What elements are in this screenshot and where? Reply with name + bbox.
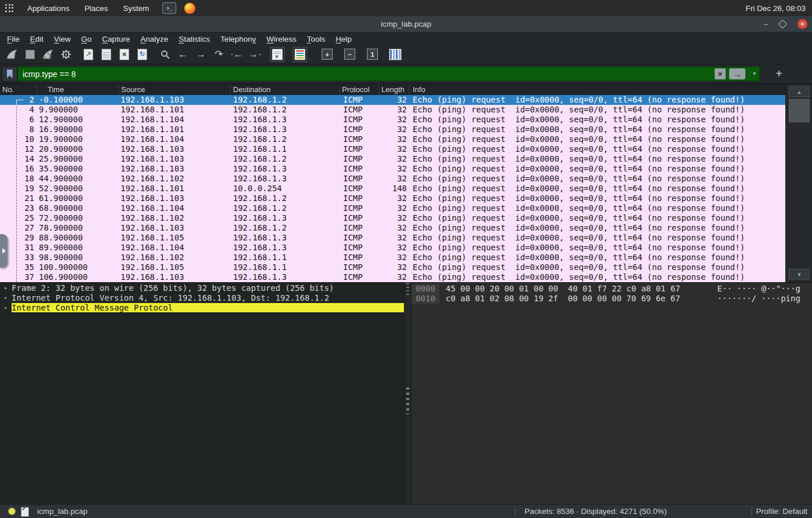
cell-dst[interactable]: 192.168.1.2 bbox=[231, 194, 340, 203]
cell-no[interactable]: 19 bbox=[0, 184, 37, 194]
cell-proto[interactable]: ICMP bbox=[340, 125, 379, 134]
packet-row[interactable]: 816.900000192.168.1.101192.168.1.3ICMP32… bbox=[0, 125, 785, 134]
cell-proto[interactable]: ICMP bbox=[340, 184, 379, 194]
cell-len[interactable]: 32 bbox=[379, 253, 409, 262]
detail-line[interactable]: ▸Frame 2: 32 bytes on wire (256 bits), 3… bbox=[0, 283, 404, 293]
packet-row[interactable]: 2572.900000192.168.1.102192.168.1.3ICMP3… bbox=[0, 213, 785, 223]
packet-row[interactable]: 2988.900000192.168.1.105192.168.1.3ICMP3… bbox=[0, 233, 785, 243]
cell-info[interactable]: Echo (ping) request id=0x0000, seq=0/0, … bbox=[409, 233, 785, 243]
cell-len[interactable]: 32 bbox=[379, 233, 409, 243]
cell-len[interactable]: 32 bbox=[379, 164, 409, 174]
cell-len[interactable]: 32 bbox=[379, 95, 409, 105]
close-button[interactable]: ✕ bbox=[798, 19, 807, 29]
expand-arrow-icon[interactable]: ▸ bbox=[0, 284, 12, 291]
cell-src[interactable]: 192.168.1.102 bbox=[119, 174, 231, 184]
cell-time[interactable]: 98.900000 bbox=[37, 253, 119, 262]
cell-proto[interactable]: ICMP bbox=[340, 223, 379, 233]
column-header-protocol[interactable]: Protocol bbox=[340, 84, 379, 95]
cell-info[interactable]: Echo (ping) request id=0x0000, seq=0/0, … bbox=[409, 115, 785, 125]
packet-row[interactable]: 35100.900000192.168.1.105192.168.1.1ICMP… bbox=[0, 262, 785, 272]
cell-dst[interactable]: 192.168.1.2 bbox=[231, 223, 340, 233]
menu-statistics[interactable]: Statistics bbox=[173, 35, 215, 43]
cell-no[interactable]: 27 bbox=[0, 223, 37, 233]
cell-dst[interactable]: 192.168.1.1 bbox=[231, 262, 340, 272]
packet-row[interactable]: 1019.900000192.168.1.104192.168.1.2ICMP3… bbox=[0, 134, 785, 144]
app-grid-icon[interactable] bbox=[5, 4, 14, 13]
cell-dst[interactable]: 192.168.1.3 bbox=[231, 213, 340, 223]
clock[interactable]: Fri Dec 26, 08:03 bbox=[745, 4, 812, 13]
cell-dst[interactable]: 192.168.1.2 bbox=[231, 95, 340, 105]
cell-src[interactable]: 192.168.1.103 bbox=[119, 272, 231, 282]
packet-row[interactable]: 3189.900000192.168.1.104192.168.1.3ICMP3… bbox=[0, 243, 785, 253]
cell-dst[interactable]: 192.168.1.2 bbox=[231, 105, 340, 115]
cell-time[interactable]: 89.900000 bbox=[37, 243, 119, 253]
cell-info[interactable]: Echo (ping) request id=0x0000, seq=0/0, … bbox=[409, 134, 785, 144]
cell-proto[interactable]: ICMP bbox=[340, 174, 379, 184]
column-header-info[interactable]: Info bbox=[409, 84, 785, 95]
save-file-button[interactable] bbox=[97, 46, 115, 62]
cell-dst[interactable]: 192.168.1.2 bbox=[231, 203, 340, 213]
cell-no[interactable]: 6 bbox=[0, 115, 37, 125]
filter-add-button[interactable]: + bbox=[770, 67, 788, 81]
applications-menu[interactable]: Applications bbox=[20, 0, 77, 16]
packet-row[interactable]: 612.900000192.168.1.104192.168.1.3ICMP32… bbox=[0, 115, 785, 125]
pane-splitter[interactable] bbox=[404, 282, 412, 504]
detail-line[interactable]: ▸Internet Protocol Version 4, Src: 192.1… bbox=[0, 293, 404, 302]
cell-dst[interactable]: 192.168.1.3 bbox=[231, 243, 340, 253]
cell-proto[interactable]: ICMP bbox=[340, 164, 379, 174]
cell-no[interactable]: 37 bbox=[0, 272, 37, 282]
expand-arrow-icon[interactable]: ▸ bbox=[0, 294, 12, 301]
cell-len[interactable]: 32 bbox=[379, 115, 409, 125]
hex-bytes[interactable]: 45 00 00 20 00 01 00 00 40 01 f7 22 c0 a… bbox=[446, 284, 680, 294]
cell-len[interactable]: 32 bbox=[379, 262, 409, 272]
scrollbar-thumb[interactable] bbox=[789, 99, 810, 122]
cell-proto[interactable]: ICMP bbox=[340, 243, 379, 253]
cell-time[interactable]: 35.900000 bbox=[37, 164, 119, 174]
cell-info[interactable]: Echo (ping) request id=0x0000, seq=0/0, … bbox=[409, 213, 785, 223]
cell-time[interactable]: 61.900000 bbox=[37, 194, 119, 203]
cell-time[interactable]: 78.900000 bbox=[37, 223, 119, 233]
cell-dst[interactable]: 192.168.1.1 bbox=[231, 144, 340, 154]
cell-dst[interactable]: 192.168.1.2 bbox=[231, 154, 340, 164]
cell-no[interactable]: 14 bbox=[0, 154, 37, 164]
menu-view[interactable]: View bbox=[49, 35, 76, 43]
hex-row[interactable]: 0010c0 a8 01 02 08 00 19 2f 00 00 00 00 … bbox=[412, 294, 812, 304]
cell-dst[interactable]: 192.168.1.3 bbox=[231, 174, 340, 184]
cell-info[interactable]: Echo (ping) request id=0x0000, seq=0/0, … bbox=[409, 105, 785, 115]
cell-no[interactable]: 8 bbox=[0, 125, 37, 134]
resize-columns-button[interactable] bbox=[386, 46, 404, 62]
cell-src[interactable]: 192.168.1.101 bbox=[119, 105, 231, 115]
menu-wireless[interactable]: Wireless bbox=[261, 35, 302, 43]
zoom-out-button[interactable]: − bbox=[341, 46, 359, 62]
expert-info-icon[interactable] bbox=[8, 508, 16, 515]
cell-no[interactable]: 21 bbox=[0, 194, 37, 203]
cell-info[interactable]: Echo (ping) request id=0x0000, seq=0/0, … bbox=[409, 203, 785, 213]
status-profile[interactable]: Profile: Default bbox=[756, 507, 807, 516]
firefox-launcher-icon[interactable] bbox=[184, 3, 195, 14]
cell-src[interactable]: 192.168.1.103 bbox=[119, 144, 231, 154]
column-header-time[interactable]: Time bbox=[37, 84, 119, 95]
cell-time[interactable]: 72.900000 bbox=[37, 213, 119, 223]
colorize-packets-button[interactable] bbox=[291, 46, 309, 62]
cell-proto[interactable]: ICMP bbox=[340, 115, 379, 125]
cell-proto[interactable]: ICMP bbox=[340, 233, 379, 243]
cell-proto[interactable]: ICMP bbox=[340, 134, 379, 144]
cell-proto[interactable]: ICMP bbox=[340, 95, 379, 105]
cell-info[interactable]: Echo (ping) request id=0x0000, seq=0/0, … bbox=[409, 194, 785, 203]
cell-info[interactable]: Echo (ping) request id=0x0000, seq=0/0, … bbox=[409, 243, 785, 253]
close-file-button[interactable]: × bbox=[115, 46, 133, 62]
cell-len[interactable]: 32 bbox=[379, 105, 409, 115]
cell-proto[interactable]: ICMP bbox=[340, 105, 379, 115]
menu-telephony[interactable]: Telephony bbox=[215, 35, 261, 43]
open-file-button[interactable]: ↗ bbox=[79, 46, 97, 62]
menu-edit[interactable]: Edit bbox=[25, 35, 49, 43]
cell-info[interactable]: Echo (ping) request id=0x0000, seq=0/0, … bbox=[409, 154, 785, 164]
cell-time[interactable]: 44.900000 bbox=[37, 174, 119, 184]
cell-info[interactable]: Echo (ping) request id=0x0000, seq=0/0, … bbox=[409, 174, 785, 184]
capture-comment-icon[interactable] bbox=[21, 507, 29, 517]
expand-arrow-icon[interactable]: ▸ bbox=[0, 304, 12, 311]
column-header-destination[interactable]: Destination bbox=[231, 84, 340, 95]
cell-proto[interactable]: ICMP bbox=[340, 203, 379, 213]
packet-row[interactable]: 1220.900000192.168.1.103192.168.1.1ICMP3… bbox=[0, 144, 785, 154]
cell-time[interactable]: 20.900000 bbox=[37, 144, 119, 154]
